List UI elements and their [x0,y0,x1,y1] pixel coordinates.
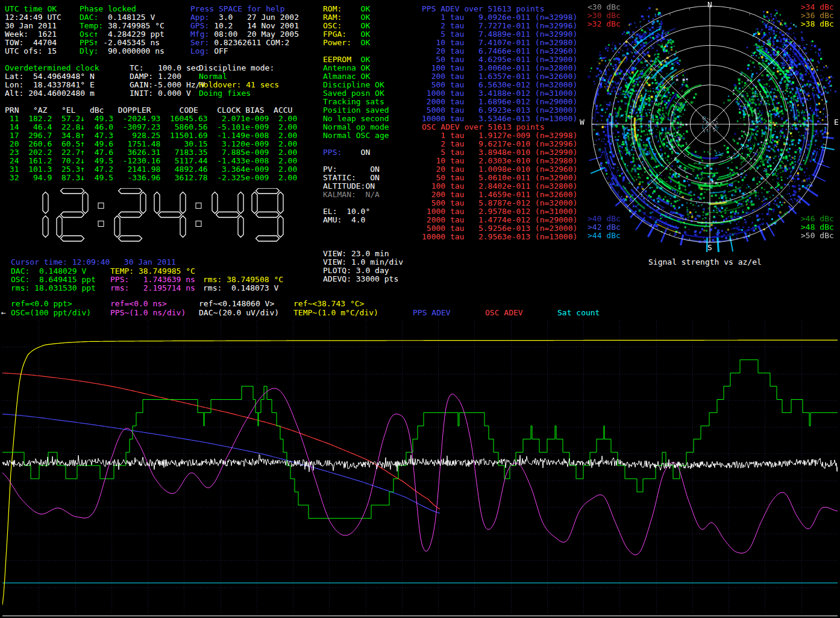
polar-legend-item: >42 dBc [588,223,621,232]
dly-label: Dly: [80,46,103,55]
loop-params-list: TC: 100.0 sec DAMP: 1.200 GAIN:-5.000 Hz… [130,64,205,98]
app-value: 3.0 27 Jun 2002 [214,13,299,22]
ser-label: Ser: [190,38,214,47]
cursor-osc-rms: rms: 18.031530 ppt [11,284,96,292]
phase-status: Phase locked [80,5,136,13]
latitude: Lat: 54.4964948° N [5,72,95,81]
fpga-label: FPGA: [323,30,351,39]
dac-value: 0.148125 V [103,13,155,22]
polar-legend-item: >34 dBc [801,3,834,11]
sat-table-rows: 11 182.2 57.2↓ 49.3 -2024.93 16045.63 2.… [5,115,297,182]
fpga-row: FPGA: OK [323,30,370,39]
cardinal-north: N [707,1,712,9]
amu-mask: AMU: 4.0 [323,216,365,224]
polar-legend-item: >48 dBc [801,223,834,232]
pps-ref-label: ref=<0.0 ns> [110,300,167,308]
utc-status: UTC time OK [5,5,57,13]
pps-value: -2.045345 ns [103,38,160,47]
help-hint: Press SPACE for help [190,5,285,13]
eeprom-label: EEPROM [323,55,356,64]
power-row: Power: OK [323,39,370,47]
sat-table-header: PRN °AZ °EL dBc DOPPLER CODE CLOCK BIAS … [5,106,292,115]
polar-legend-item: >38 dBc [801,20,834,28]
oschw-status: OK [351,21,370,30]
mfg-value: 08:00 20 May 2005 [214,30,299,39]
pps-mode-value: ON [346,148,370,157]
temp-ref-label: ref~<38.743 °C> [293,300,364,308]
polar-legend-item: >32 dBc [588,20,621,28]
polar-legend-item: <30 dBc [588,3,621,11]
utc-offset: UTC ofs: 15 [5,47,57,55]
polar-legend-tl: <30 dBc>30 dBc>32 dBc [588,3,621,28]
pps-mode-label: PPS: [323,148,346,157]
cursor-time: Cursor time: 12:09:40 30 Jan 2011 [11,258,176,266]
kalman-status: KALMAN: N/A [323,191,380,199]
discipline-mode-title: Discipline mode: [199,64,274,72]
app-row: App: 3.0 27 Jun 2002 [190,13,299,22]
polar-legend-item: >44 dBc [588,232,621,240]
mfg-row: Mfg: 08:00 20 May 2005 [190,30,299,39]
ser-row: Ser: 0.82362611 COM:2 [190,39,289,47]
dac-row: DAC: 0.148125 V [80,13,155,22]
polar-caption: Signal strength vs az/el [648,258,762,266]
dac-scale-label: DAC~(20.0 uV/div) [199,309,279,317]
sat-count-plot-label: Sat count [557,309,600,317]
view-settings-list: VIEW: 23.0 min VIEW: 1.0 min/div PLOTQ: … [323,250,403,283]
scroll-left-icon[interactable]: ← [1,309,6,317]
gpsver-label: GPS: [190,21,214,30]
polar-legend-item: >36 dBc [801,11,834,20]
log-label: Log: [190,46,214,55]
log-value: OFF [214,46,228,55]
dac-label: DAC: [80,13,103,22]
pps-label: PPS↑ [80,38,103,47]
dly-row: Dly: 90.000000 ns [80,47,165,55]
pps-adev-title: PPS ADEV over 51613 points [422,5,545,13]
polar-legend-item: >46 dBc [801,215,834,223]
elevation-mask: EL: 10.0° [323,207,370,216]
cursor-dac: DAC: 0.148029 V [11,267,86,276]
polar-legend-item: >40 dBc [588,215,621,223]
rom-row: ROM: OK [323,5,370,13]
utc-date: 30 Jan 2011 [5,22,57,30]
rom-status: OK [351,4,370,13]
polar-legend-item: >30 dBc [588,11,621,20]
pps-scale-label: PPS~(1.0 ns/div) [110,309,186,317]
cardinal-west: W [580,118,585,127]
app-label: App: [190,13,214,22]
gpsver-row: GPS: 10.2 14 Nov 2001 [190,22,299,30]
altitude: Alt: 204.46002480 m [5,89,95,98]
osc-row: Osc↑ 4.284229 ppt [80,30,165,39]
position-status: Overdetermined clock [5,64,99,72]
oschw-label: OSC: [323,21,351,30]
eeprom-row: EEPROM OK [323,55,370,64]
polar-legend-tr: >34 dBc>36 dBc>38 dBc [801,3,834,28]
power-label: Power: [323,38,351,47]
cardinal-south: S [707,244,712,252]
ser-value: 0.82362611 COM:2 [214,38,289,47]
temp-value: 38.749985 °C [103,21,165,30]
log-row: Log: OFF [190,47,228,55]
utc-time: 12:24:49 UTC [5,13,61,22]
ram-label: RAM: [323,13,351,22]
gps-tow: TOW: 44704 [5,39,57,47]
digital-clock [17,188,292,245]
polar-legend-bl: >40 dBc>42 dBc>44 dBc [588,215,621,240]
plot-area[interactable] [2,320,838,617]
holdover-status: Holdover: 41 secs [199,81,279,89]
oschw-row: OSC: OK [323,22,370,30]
gps-week: Week: 1621 [5,30,57,39]
pps-row: PPS↑ -2.045345 ns [80,39,160,47]
eeprom-status: OK [356,55,370,64]
cursor-pps-rms: rms: 2.195714 ns [110,284,195,292]
osc-ref-label: ref=<0.0 ppt> [11,300,72,308]
cursor-temp: TEMP: 38.749985 °C [110,267,195,276]
gpsver-value: 10.2 14 Nov 2001 [214,21,299,30]
ram-row: RAM: OK [323,13,370,22]
osc-adev-table: 1 tau 1.9127e-009 (n=32998) 2 tau 9.6217… [422,131,577,241]
rom-label: ROM: [323,4,351,13]
pps-adev-plot-label: PPS ADEV [413,309,451,317]
polar-legend-item: >50 dBc [801,232,834,240]
dac-ref-label: ref~<0.148060 V> [199,300,274,308]
temp-label: Temp: [80,21,103,30]
dly-value: 90.000000 ns [103,46,165,55]
